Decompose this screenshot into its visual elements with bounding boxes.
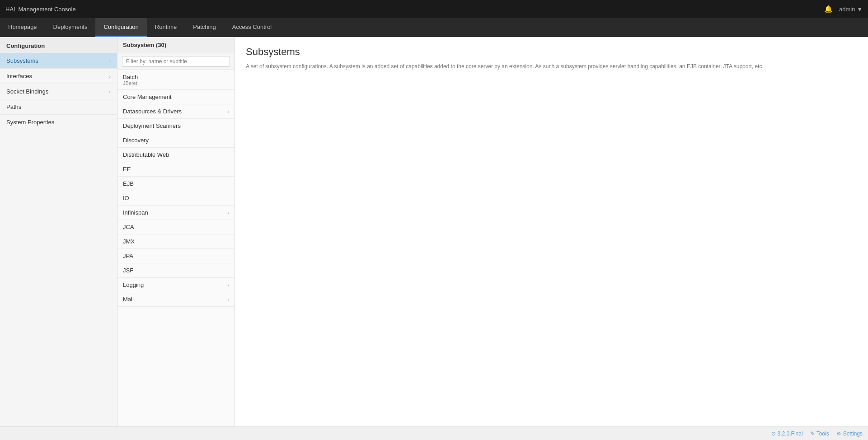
sidebar-item-label-subsystems: Subsystems: [6, 57, 38, 64]
nav-item-access-control[interactable]: Access Control: [224, 18, 280, 37]
middle-search: [117, 53, 235, 70]
content-description: A set of subsystem configurations. A sub…: [246, 62, 857, 70]
subsystem-label-jpa: JPA: [123, 253, 133, 259]
tools-icon: ✎: [810, 431, 815, 437]
subsystem-label-distributable-web: Distributable Web: [123, 151, 169, 158]
subsystem-label-mail: Mail: [123, 296, 134, 303]
sidebar-item-label-interfaces: Interfaces: [6, 73, 32, 80]
sidebar-item-interfaces[interactable]: Interfaces›: [0, 69, 117, 84]
subsystem-list: BatchJBeretCore ManagementDatasources & …: [117, 70, 235, 426]
subsystem-label-io: IO: [123, 195, 129, 201]
subsystem-item-jpa[interactable]: JPA: [117, 249, 235, 263]
app-title: HAL Management Console: [5, 6, 76, 13]
nav-item-deployments[interactable]: Deployments: [45, 18, 96, 37]
settings-label: Settings: [843, 431, 863, 437]
subsystem-item-io[interactable]: IO: [117, 191, 235, 206]
subsystem-item-mail[interactable]: Mail›: [117, 292, 235, 307]
subsystem-item-ejb[interactable]: EJB: [117, 177, 235, 191]
version-label: 3.2.0.Final: [778, 431, 803, 437]
subsystem-item-infinispan[interactable]: Infinispan›: [117, 206, 235, 220]
subsystem-item-core-management[interactable]: Core Management: [117, 90, 235, 104]
admin-label-text: admin: [839, 6, 855, 13]
subsystem-label-jsf: JSF: [123, 267, 133, 274]
settings-icon: ⚙: [836, 431, 841, 437]
subsystem-label-infinispan: Infinispan: [123, 209, 148, 216]
subsystem-label-discovery: Discovery: [123, 137, 149, 144]
subsystem-label-ejb: EJB: [123, 180, 134, 187]
bell-icon[interactable]: 🔔: [824, 5, 833, 13]
nav-item-configuration[interactable]: Configuration: [95, 18, 146, 37]
subsystem-label-logging: Logging: [123, 281, 144, 288]
subsystem-item-datasources[interactable]: Datasources & Drivers›: [117, 104, 235, 119]
version-icon: ⊙: [771, 431, 776, 437]
chevron-right-icon: ›: [109, 74, 111, 79]
subsystem-item-deployment-scanners[interactable]: Deployment Scanners: [117, 119, 235, 133]
subsystem-label-core-management: Core Management: [123, 94, 172, 100]
sidebar-item-label-system-properties: System Properties: [6, 119, 54, 126]
subsystem-item-ee[interactable]: EE: [117, 162, 235, 177]
version-info[interactable]: ⊙ 3.2.0.Final: [771, 431, 803, 437]
left-sidebar: Configuration Subsystems›Interfaces›Sock…: [0, 37, 117, 426]
topbar-right: 🔔 admin ▼: [824, 5, 863, 13]
tools-label: Tools: [816, 431, 829, 437]
subsystem-item-logging[interactable]: Logging›: [117, 278, 235, 292]
content-panel: Subsystems A set of subsystem configurat…: [235, 37, 868, 426]
nav-item-patching[interactable]: Patching: [185, 18, 224, 37]
subsystem-item-discovery[interactable]: Discovery: [117, 133, 235, 148]
chevron-right-icon: ›: [227, 282, 229, 288]
subsystem-label-datasources: Datasources & Drivers: [123, 108, 182, 115]
chevron-right-icon: ›: [227, 109, 229, 114]
subsystem-item-jmx[interactable]: JMX: [117, 234, 235, 249]
subsystem-label-deployment-scanners: Deployment Scanners: [123, 122, 181, 129]
subsystem-label-jca: JCA: [123, 224, 134, 230]
subsystem-item-jca[interactable]: JCA: [117, 220, 235, 234]
sidebar-item-subsystems[interactable]: Subsystems›: [0, 53, 117, 69]
main-layout: Configuration Subsystems›Interfaces›Sock…: [0, 37, 868, 426]
settings-button[interactable]: ⚙ Settings: [836, 431, 863, 437]
chevron-right-icon: ›: [227, 297, 229, 302]
middle-panel: Subsystem (30) BatchJBeretCore Managemen…: [117, 37, 235, 426]
middle-panel-header: Subsystem (30): [117, 37, 235, 53]
content-title: Subsystems: [246, 46, 857, 58]
subsystem-label-batch: Batch: [123, 74, 138, 80]
subsystem-sublabel-batch: JBeret: [123, 80, 138, 86]
admin-menu[interactable]: admin ▼: [839, 6, 863, 13]
footer: ⊙ 3.2.0.Final ✎ Tools ⚙ Settings: [0, 426, 868, 440]
subsystem-item-batch[interactable]: BatchJBeret: [117, 70, 235, 90]
topbar-left: HAL Management Console: [5, 6, 76, 13]
sidebar-item-socket-bindings[interactable]: Socket Bindings›: [0, 84, 117, 99]
sidebar-item-label-socket-bindings: Socket Bindings: [6, 88, 48, 95]
tools-button[interactable]: ✎ Tools: [810, 431, 829, 437]
left-sidebar-items: Subsystems›Interfaces›Socket Bindings›Pa…: [0, 53, 117, 130]
sidebar-item-system-properties[interactable]: System Properties: [0, 115, 117, 130]
sidebar-item-paths[interactable]: Paths: [0, 99, 117, 115]
chevron-right-icon: ›: [109, 89, 111, 94]
topbar: HAL Management Console 🔔 admin ▼: [0, 0, 868, 18]
admin-caret-icon: ▼: [857, 6, 863, 13]
subsystem-item-jsf[interactable]: JSF: [117, 263, 235, 278]
chevron-right-icon: ›: [109, 58, 111, 64]
search-input[interactable]: [122, 56, 230, 67]
sidebar-item-label-paths: Paths: [6, 103, 21, 110]
nav-item-homepage[interactable]: Homepage: [0, 18, 45, 37]
left-sidebar-header: Configuration: [0, 37, 117, 53]
subsystem-label-jmx: JMX: [123, 238, 135, 245]
chevron-right-icon: ›: [227, 210, 229, 215]
subsystem-label-ee: EE: [123, 166, 131, 173]
subsystem-item-distributable-web[interactable]: Distributable Web: [117, 148, 235, 162]
navbar: HomepageDeploymentsConfigurationRuntimeP…: [0, 18, 868, 37]
nav-item-runtime[interactable]: Runtime: [147, 18, 185, 37]
